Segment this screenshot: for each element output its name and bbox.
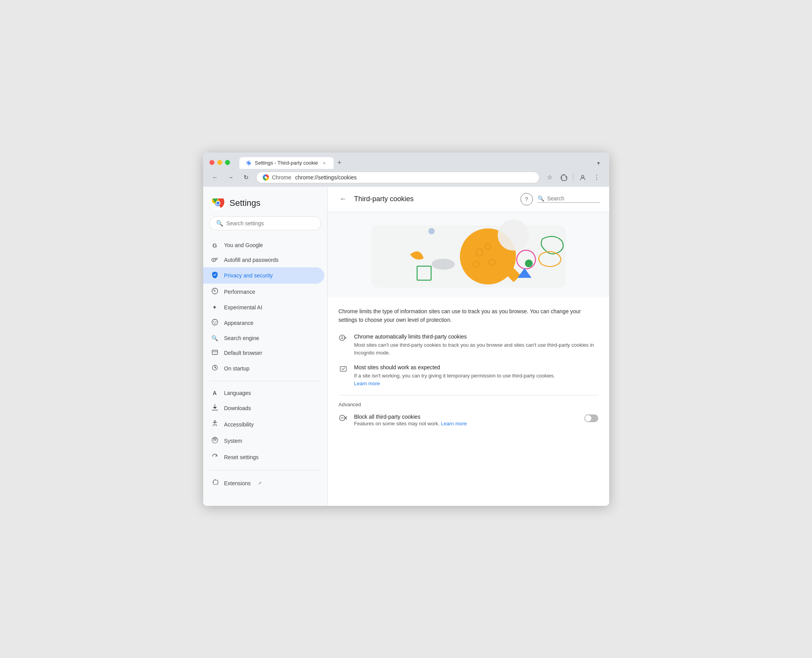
sidebar-item-system[interactable]: System — [203, 433, 324, 449]
svg-point-13 — [215, 321, 216, 322]
sidebar-item-reset[interactable]: Reset settings — [203, 449, 324, 465]
settings-search-input[interactable] — [227, 220, 315, 226]
option-sites-work-title: Most sites should work as expected — [354, 364, 598, 370]
svg-point-14 — [214, 323, 215, 323]
block-cookies-icon — [339, 414, 348, 421]
advanced-divider — [339, 395, 598, 395]
panel-search-input[interactable] — [547, 195, 594, 202]
sidebar-item-default-browser[interactable]: Default browser — [203, 345, 324, 361]
appearance-icon — [211, 319, 219, 327]
panel-description: Chrome limits the type of information si… — [339, 307, 598, 325]
svg-point-4 — [216, 202, 220, 205]
sidebar-item-experimental-ai[interactable]: ✦ Experimental AI — [203, 300, 324, 315]
address-bar[interactable]: Chrome chrome://settings/cookies — [256, 172, 540, 183]
advanced-label: Advanced — [339, 402, 598, 407]
profile-button[interactable] — [576, 171, 589, 184]
forward-button[interactable]: → — [225, 172, 237, 183]
title-bar: Settings - Third-party cookie × + ▾ — [203, 153, 609, 169]
browser-window: Settings - Third-party cookie × + ▾ ← → … — [203, 153, 609, 506]
new-tab-button[interactable]: + — [334, 156, 346, 169]
chrome-logo-icon — [263, 174, 269, 181]
sidebar-label-search-engine: Search engine — [224, 335, 259, 341]
sidebar-label-experimental-ai: Experimental AI — [224, 304, 262, 311]
sidebar-item-appearance[interactable]: Appearance — [203, 315, 324, 331]
back-button[interactable]: ← — [209, 172, 221, 183]
nav-divider-2 — [209, 470, 321, 470]
startup-icon — [211, 365, 219, 372]
tab-close-button[interactable]: × — [321, 160, 327, 166]
extensions-button[interactable] — [557, 171, 570, 184]
block-all-cookies-toggle[interactable] — [584, 414, 598, 422]
sidebar-label-reset: Reset settings — [224, 454, 259, 460]
option-auto-limit-desc: Most sites can't use third-party cookies… — [354, 341, 598, 356]
learn-more-link-1[interactable]: Learn more — [354, 381, 380, 386]
sidebar-label-extensions: Extensions — [224, 480, 251, 486]
sidebar-item-search-engine[interactable]: 🔍 Search engine — [203, 331, 324, 345]
svg-point-11 — [212, 319, 218, 325]
menu-button[interactable]: ⋮ — [591, 171, 603, 184]
sidebar-item-performance[interactable]: Performance — [203, 284, 324, 300]
system-icon — [211, 437, 219, 445]
browser-icon — [211, 349, 219, 357]
panel-back-button[interactable]: ← — [337, 193, 350, 205]
panel-search-icon: 🔍 — [538, 195, 544, 202]
help-button[interactable]: ? — [520, 193, 533, 205]
sidebar-label-downloads: Downloads — [224, 405, 251, 411]
sidebar-item-downloads[interactable]: Downloads — [203, 400, 324, 416]
extensions-nav-icon — [211, 479, 219, 488]
panel-search-container[interactable]: 🔍 — [538, 195, 600, 203]
sidebar-label-autofill: Autofill and passwords — [224, 257, 279, 263]
sidebar-item-on-startup[interactable]: On startup — [203, 361, 324, 376]
sidebar-item-autofill[interactable]: Autofill and passwords — [203, 253, 324, 267]
sidebar-item-accessibility[interactable]: Accessibility — [203, 416, 324, 433]
close-button[interactable] — [209, 160, 214, 165]
tab-dropdown-button[interactable]: ▾ — [594, 157, 603, 169]
chrome-settings-logo-icon — [211, 196, 225, 210]
sidebar-item-languages[interactable]: A Languages — [203, 386, 324, 400]
address-brand: Chrome — [272, 174, 292, 181]
sidebar: Settings 🔍 G You and Google Autofill an — [203, 187, 328, 506]
svg-point-19 — [214, 420, 216, 422]
maximize-button[interactable] — [225, 160, 230, 165]
address-url: chrome://settings/cookies — [295, 174, 357, 181]
nav-tertiary: Extensions ↗ — [203, 474, 327, 493]
sidebar-item-privacy[interactable]: Privacy and security — [203, 267, 324, 284]
reload-button[interactable]: ↻ — [241, 172, 252, 183]
traffic-lights — [209, 160, 230, 165]
languages-icon: A — [211, 390, 219, 396]
main-content: Settings 🔍 G You and Google Autofill an — [203, 187, 609, 506]
panel-title: Third-party cookies — [354, 195, 516, 203]
settings-search-container[interactable]: 🔍 — [209, 216, 321, 230]
minimize-button[interactable] — [217, 160, 222, 165]
downloads-icon — [211, 404, 219, 412]
svg-point-12 — [213, 321, 214, 322]
nav-primary: G You and Google Autofill and passwords … — [203, 237, 327, 378]
svg-point-6 — [213, 259, 214, 260]
bookmark-button[interactable]: ☆ — [543, 171, 556, 184]
google-g-icon: G — [211, 242, 219, 249]
advanced-block-all-title: Block all third-party cookies — [354, 414, 578, 420]
sidebar-label-on-startup: On startup — [224, 365, 250, 372]
sites-work-icon — [339, 365, 348, 373]
ai-star-icon: ✦ — [211, 304, 219, 311]
sidebar-item-extensions[interactable]: Extensions ↗ — [203, 475, 324, 491]
active-tab[interactable]: Settings - Third-party cookie × — [239, 157, 334, 169]
settings-header: Settings — [203, 187, 327, 216]
sidebar-item-you-and-google[interactable]: G You and Google — [203, 238, 324, 253]
performance-icon — [211, 288, 219, 296]
toolbar-icons: ☆ ⋮ — [543, 171, 603, 184]
option-sites-work: Most sites should work as expected If a … — [339, 364, 598, 387]
description-section: Chrome limits the type of information si… — [328, 298, 609, 435]
search-engine-icon: 🔍 — [211, 335, 219, 341]
shield-icon — [211, 271, 219, 280]
svg-point-23 — [431, 259, 455, 270]
nav-secondary: A Languages Downloads Accessibility — [203, 384, 327, 467]
learn-more-link-2[interactable]: Learn more — [441, 421, 467, 426]
tabs-row: Settings - Third-party cookie × + ▾ — [239, 156, 603, 169]
profile-icon — [579, 174, 586, 181]
advanced-block-all: Block all third-party cookies Features o… — [339, 412, 598, 428]
svg-rect-8 — [215, 259, 217, 260]
cookie-illustration — [328, 212, 609, 298]
svg-point-34 — [525, 260, 533, 267]
panel-header: ← Third-party cookies ? 🔍 — [328, 187, 609, 212]
